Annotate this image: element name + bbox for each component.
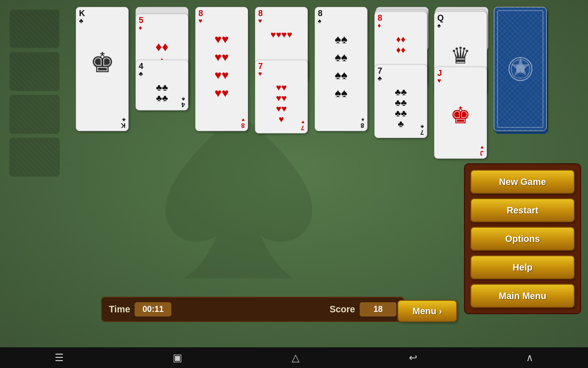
card-suit: ♦ [139, 24, 185, 31]
card-8-spades[interactable]: 8 ♠ ♠♠♠♠♠♠♠♠ 8 ♠ [315, 7, 368, 131]
help-label: Help [513, 262, 532, 273]
restart-button[interactable]: Restart [470, 198, 575, 222]
card-7-hearts[interactable]: 7 ♥ ♥♥♥♥♥♥♥ 7 ♥ [255, 60, 308, 133]
score-label: Score [329, 304, 355, 315]
nav-menu-icon[interactable]: ☰ [55, 352, 64, 364]
new-game-button[interactable]: New Game [470, 170, 575, 194]
card-suit: ♥ [437, 77, 484, 84]
nav-up-icon[interactable]: ∧ [526, 352, 533, 364]
left-slots [9, 9, 60, 177]
right-panel: New Game Restart Options Help Main Menu [464, 163, 581, 314]
card-suit: ♦ [378, 22, 424, 29]
nav-home-icon[interactable]: △ [292, 352, 300, 364]
score-value: 18 [360, 302, 396, 316]
options-label: Options [505, 234, 540, 244]
card-rank: 8 [378, 14, 424, 22]
score-bar: Time 00:11 Score 18 [101, 297, 404, 322]
card-rank-bottom: K [121, 122, 125, 129]
empty-slot-4[interactable] [9, 138, 60, 177]
empty-slot-1[interactable] [9, 9, 60, 48]
columns-area: K ♣ ♚ K ♣ 5 ♦ [76, 7, 544, 163]
card-king-clubs[interactable]: K ♣ ♚ K ♣ [76, 7, 129, 131]
card-rank: 7 [378, 67, 424, 75]
card-suit: ♣ [378, 75, 424, 81]
time-value: 00:11 [135, 302, 171, 316]
empty-slot-2[interactable] [9, 52, 60, 91]
new-game-label: New Game [499, 177, 546, 187]
help-button[interactable]: Help [470, 255, 575, 279]
card-rank: Q [437, 14, 484, 22]
menu-button[interactable]: Menu › [397, 300, 457, 322]
card-suit: ♥ [198, 17, 245, 24]
card-suit: ♥ [258, 70, 305, 77]
card-suit: ♥ [258, 17, 305, 24]
card-suit: ♠ [318, 17, 364, 24]
main-menu-button[interactable]: Main Menu [470, 284, 575, 308]
card-rank: 5 [139, 16, 185, 24]
card-rank: J [437, 69, 484, 77]
nav-recent-icon[interactable]: ▣ [173, 352, 182, 364]
deck-card-back[interactable] [494, 7, 547, 131]
card-suit: ♠ [437, 22, 484, 29]
restart-label: Restart [507, 205, 538, 216]
time-label: Time [109, 304, 130, 315]
card-rank: 7 [258, 62, 305, 70]
card-suit: ♣ [79, 17, 125, 24]
card-jack-hearts[interactable]: J ♥ ♚ J ♥ [434, 67, 487, 159]
card-4-clubs[interactable]: 4 ♣ ♣♣♣♣ 4 ♣ [136, 60, 188, 110]
card-suit: ♣ [139, 70, 185, 77]
card-rank: K [79, 9, 125, 17]
card-rank: 8 [258, 9, 305, 17]
nav-back-icon[interactable]: ↩ [409, 352, 417, 364]
options-button[interactable]: Options [470, 227, 575, 251]
bottom-navigation-bar: ☰ ▣ △ ↩ ∧ [0, 347, 588, 368]
card-rank: 8 [318, 9, 364, 17]
card-rank: 4 [139, 62, 185, 70]
empty-slot-3[interactable] [9, 95, 60, 134]
card-7-clubs[interactable]: 7 ♣ ♣♣♣♣♣♣♣ 7 ♣ [374, 64, 427, 138]
main-menu-label: Main Menu [499, 291, 546, 301]
card-rank: 8 [198, 9, 245, 17]
game-area: K ♣ ♚ K ♣ 5 ♦ [0, 0, 588, 347]
menu-button-label: Menu › [413, 306, 442, 316]
card-8-hearts[interactable]: 8 ♥ ♥♥♥♥♥♥♥♥ 8 ♥ [195, 7, 248, 131]
